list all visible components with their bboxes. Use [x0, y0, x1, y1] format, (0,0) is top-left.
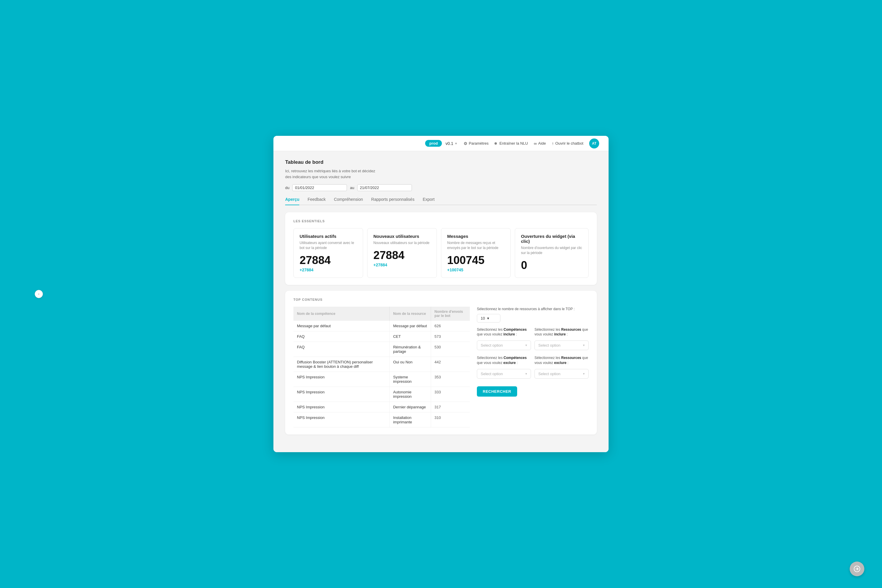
nav-center: prod v0.1 ▾ [425, 140, 457, 147]
nav-parametres-label: Paramètres [469, 141, 489, 146]
table-row: NPS Impression Dernier dépannage 317 [293, 402, 470, 412]
tab-feedback[interactable]: Feedback [308, 197, 326, 205]
filter-include-row: Sélectionnez les Compétences que vous vo… [477, 327, 589, 352]
table-row: Message par défaut Message par défaut 62… [293, 321, 470, 332]
metric-nouveaux-utilisateurs: Nouveaux utilisateurs Nouveaux utilisate… [367, 228, 437, 278]
nav-aide[interactable]: ∞ Aide [534, 141, 546, 146]
metric-messages-desc: Nombre de messages reçus et envoyés par … [447, 240, 504, 250]
metric-ouvertures-widget-value: 0 [521, 260, 582, 271]
competences-include-select[interactable]: Select option ▾ [477, 340, 531, 350]
competences-exclude-label: Sélectionnez les Compétences que vous vo… [477, 356, 531, 366]
col-competence: Nom de la compétence [293, 307, 390, 321]
essentiels-label: LES ESSENTIELS [293, 219, 589, 223]
date-from-label: du [285, 186, 289, 190]
dot-icon [495, 142, 497, 145]
metric-ouvertures-widget: Ouvertures du widget (via clic) Nombre d… [515, 228, 589, 278]
top-count-value: 10 [481, 316, 485, 321]
tab-export[interactable]: Export [423, 197, 435, 205]
cell-resource: Rémunération & partage [390, 342, 431, 357]
nav-nlu[interactable]: Entraîner la NLU [495, 141, 528, 146]
nav-chatbot-label: Ouvrir le chatbot [555, 141, 583, 146]
date-from-input[interactable] [292, 184, 347, 191]
chevron-down-icon: ▾ [525, 372, 527, 376]
cell-count: 310 [431, 412, 470, 427]
competences-exclude-placeholder: Select option [481, 372, 503, 376]
link-icon: ∞ [534, 141, 537, 146]
metric-nouveaux-utilisateurs-title: Nouveaux utilisateurs [374, 234, 431, 239]
version-selector[interactable]: v0.1 ▾ [446, 141, 457, 146]
metric-utilisateurs-actifs-change: +27884 [300, 267, 357, 272]
essentiels-card: LES ESSENTIELS Utilisateurs actifs Utili… [285, 212, 597, 285]
competences-include-placeholder: Select option [481, 343, 503, 348]
resources-include-select[interactable]: Select option ▾ [534, 340, 589, 350]
tab-apercu[interactable]: Aperçu [285, 197, 299, 205]
filter-resources-exclude: Sélectionnez les Ressources que vous vou… [534, 356, 589, 380]
metric-messages-title: Messages [447, 234, 504, 239]
nav-aide-label: Aide [538, 141, 546, 146]
metric-ouvertures-widget-desc: Nombre d'ouvertures du widget par clic s… [521, 246, 582, 255]
tabs-bar: Aperçu Feedback Compréhension Rapports p… [285, 197, 597, 205]
table-row: FAQ CET 573 [293, 331, 470, 342]
cell-competence: Diffusion Booster (ATTENTION) personalis… [293, 357, 390, 372]
cell-resource: Message par défaut [390, 321, 431, 332]
cell-count: 626 [431, 321, 470, 332]
metric-messages-value: 100745 [447, 255, 504, 266]
cell-count: 530 [431, 342, 470, 357]
metric-utilisateurs-actifs-value: 27884 [300, 255, 357, 266]
tab-rapports[interactable]: Rapports personnalisés [371, 197, 414, 205]
col-resource: Nom de la resource [390, 307, 431, 321]
metric-utilisateurs-actifs-desc: Utilisateurs ayant conversé avec le bot … [300, 240, 357, 250]
top-contenus-table-container: Nom de la compétence Nom de la resource … [293, 307, 470, 428]
filter-competences-include: Sélectionnez les Compétences que vous vo… [477, 327, 531, 352]
metric-messages-change: +100745 [447, 267, 504, 272]
resources-exclude-placeholder: Select option [538, 372, 560, 376]
filter-resources-include: Sélectionnez les Ressources que vous vou… [534, 327, 589, 352]
env-badge[interactable]: prod [425, 140, 442, 147]
metric-ouvertures-widget-title: Ouvertures du widget (via clic) [521, 234, 582, 244]
cell-resource: Installation imprimante [390, 412, 431, 427]
chevron-down-icon: ▾ [583, 344, 585, 347]
resources-exclude-select[interactable]: Select option ▾ [534, 369, 589, 379]
top-contenus-card: TOP CONTENUS Nom de la compétence Nom de… [285, 291, 597, 435]
cell-resource: Autonomie impression [390, 387, 431, 402]
chevron-down-icon: ▾ [525, 344, 527, 347]
table-row: NPS Impression Autonomie impression 333 [293, 387, 470, 402]
cell-competence: FAQ [293, 342, 390, 357]
cell-count: 442 [431, 357, 470, 372]
cell-competence: NPS Impression [293, 402, 390, 412]
cell-resource: CET [390, 331, 431, 342]
top-contenus-table: Nom de la compétence Nom de la resource … [293, 307, 470, 428]
cell-resource: Oui ou Non [390, 357, 431, 372]
table-row: NPS Impression Systeme impression 353 [293, 372, 470, 387]
resources-include-placeholder: Select option [538, 343, 560, 348]
top-count-label: Sélectionnez le nombre de ressources à a… [477, 307, 589, 312]
cell-competence: FAQ [293, 331, 390, 342]
cell-competence: NPS Impression [293, 387, 390, 402]
metrics-grid: Utilisateurs actifs Utilisateurs ayant c… [293, 228, 589, 278]
nav-nlu-label: Entraîner la NLU [500, 141, 528, 146]
date-range-row: du au [285, 184, 597, 191]
avatar[interactable]: AT [589, 138, 599, 148]
fab-button[interactable] [850, 561, 864, 576]
filter-exclude-row: Sélectionnez les Compétences que vous vo… [477, 356, 589, 380]
resources-exclude-label: Sélectionnez les Ressources que vous vou… [534, 356, 589, 366]
sidebar-toggle-button[interactable]: ‹ [35, 290, 43, 298]
nav-chatbot[interactable]: ↑ Ouvrir le chatbot [552, 141, 583, 146]
chevron-down-icon: ▾ [455, 141, 457, 146]
cell-competence: Message par défaut [293, 321, 390, 332]
competences-exclude-select[interactable]: Select option ▾ [477, 369, 531, 379]
top-contenus-layout: Nom de la compétence Nom de la resource … [293, 307, 589, 428]
cell-resource: Systeme impression [390, 372, 431, 387]
date-to-input[interactable] [357, 184, 412, 191]
version-label: v0.1 [446, 141, 453, 146]
table-row: FAQ Rémunération & partage 530 [293, 342, 470, 357]
nav-parametres[interactable]: ⚙ Paramètres [464, 141, 489, 146]
tab-comprehension[interactable]: Compréhension [334, 197, 363, 205]
rechercher-button[interactable]: RECHERCHER [477, 386, 517, 397]
metric-nouveaux-utilisateurs-value: 27884 [374, 250, 431, 261]
metric-utilisateurs-actifs-title: Utilisateurs actifs [300, 234, 357, 239]
page-description: Ici, retrouvez les métriques liés à votr… [285, 168, 379, 180]
metric-nouveaux-utilisateurs-desc: Nouveaux utilisateurs sur la période [374, 240, 431, 246]
top-contenus-label: TOP CONTENUS [293, 298, 589, 302]
top-count-select[interactable]: 10 ▾ [477, 314, 500, 322]
